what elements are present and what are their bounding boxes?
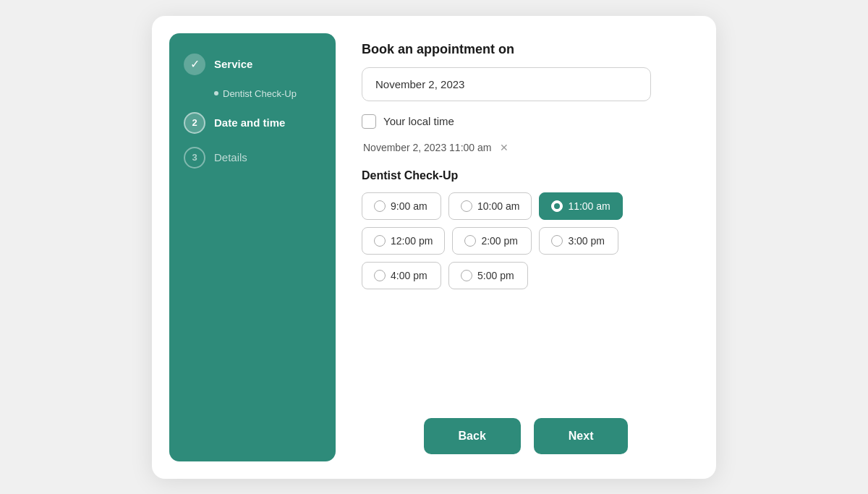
local-time-checkbox[interactable] [362, 114, 376, 129]
service-step-icon: ✓ [184, 54, 205, 75]
sidebar-sub-service-label: Dentist Check-Up [223, 88, 297, 99]
time-slot-label: 9:00 am [391, 200, 427, 212]
selected-datetime-text: November 2, 2023 11:00 am [363, 142, 491, 153]
time-slot-11-00-am[interactable]: 11:00 am [539, 192, 622, 220]
book-appointment-title: Book an appointment on [362, 42, 690, 57]
radio-circle [461, 200, 472, 212]
clear-datetime-icon[interactable]: ✕ [500, 142, 509, 153]
time-slot-label: 2:00 pm [481, 235, 518, 247]
sidebar-item-service-label: Service [214, 58, 252, 70]
date-time-step-icon: 2 [184, 112, 205, 134]
sidebar-item-details[interactable]: 3 Details [184, 147, 321, 169]
time-slot-9-00-am[interactable]: 9:00 am [362, 192, 441, 220]
time-slot-label: 11:00 am [568, 200, 610, 212]
radio-circle [551, 200, 563, 212]
local-time-row: Your local time [362, 114, 690, 129]
details-step-icon: 3 [184, 147, 205, 169]
radio-circle [464, 235, 476, 247]
sub-dot [214, 91, 218, 95]
local-time-label: Your local time [383, 115, 454, 127]
sidebar-item-service[interactable]: ✓ Service [184, 54, 321, 75]
time-slot-2-00-pm[interactable]: 2:00 pm [452, 227, 532, 255]
time-slot-3-00-pm[interactable]: 3:00 pm [539, 227, 618, 255]
sidebar-item-date-time-label: Date and time [214, 116, 285, 129]
radio-circle [461, 270, 472, 281]
booking-modal: ✓ Service Dentist Check-Up 2 Date and ti… [152, 16, 716, 479]
radio-circle [374, 200, 386, 212]
time-slots-grid: 9:00 am10:00 am11:00 am12:00 pm2:00 pm3:… [362, 192, 690, 289]
time-slot-12-00-pm[interactable]: 12:00 pm [362, 227, 445, 255]
next-button[interactable]: Next [534, 418, 629, 454]
sidebar-sub-service: Dentist Check-Up [184, 88, 321, 99]
footer-buttons: Back Next [362, 398, 690, 461]
main-content: Book an appointment on November 2, 2023 … [353, 33, 699, 461]
time-slot-label: 10:00 am [477, 200, 519, 212]
back-button[interactable]: Back [424, 418, 521, 454]
time-slot-10-00-am[interactable]: 10:00 am [448, 192, 532, 220]
radio-circle [551, 235, 563, 247]
selected-datetime-row: November 2, 2023 11:00 am ✕ [362, 142, 690, 153]
radio-circle [374, 235, 386, 247]
time-slot-label: 12:00 pm [391, 235, 433, 247]
sidebar-item-details-label: Details [214, 151, 247, 163]
time-slot-4-00-pm[interactable]: 4:00 pm [362, 262, 441, 289]
time-slot-label: 5:00 pm [477, 270, 514, 281]
service-section-title: Dentist Check-Up [362, 169, 690, 182]
time-slot-5-00-pm[interactable]: 5:00 pm [448, 262, 528, 289]
date-input[interactable]: November 2, 2023 [362, 67, 651, 101]
sidebar-item-date-time[interactable]: 2 Date and time [184, 112, 321, 134]
time-slot-label: 4:00 pm [391, 270, 427, 281]
radio-dot [554, 203, 560, 209]
radio-circle [374, 270, 386, 281]
sidebar: ✓ Service Dentist Check-Up 2 Date and ti… [169, 33, 336, 461]
time-slot-label: 3:00 pm [568, 235, 605, 247]
